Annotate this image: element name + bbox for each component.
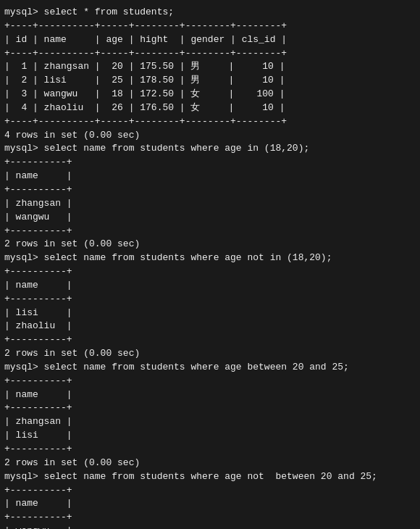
terminal-line: +----+----------+-----+--------+--------…	[4, 20, 416, 33]
terminal-line: +----------+	[4, 511, 416, 525]
terminal-line: | 1 | zhangsan | 20 | 175.50 | 男 | 10 |	[4, 60, 416, 74]
terminal-line: +----------+	[4, 265, 416, 279]
terminal-line: | lisi |	[4, 307, 416, 320]
terminal-line: | 4 | zhaoliu | 26 | 176.50 | 女 | 10 |	[4, 101, 416, 115]
terminal-line: 2 rows in set (0.00 sec)	[4, 238, 416, 251]
terminal-line: +----+----------+-----+--------+--------…	[4, 115, 416, 129]
terminal-line: +----------+	[4, 484, 416, 498]
terminal-line: mysql> select name from students where a…	[4, 251, 416, 265]
terminal-line: | lisi |	[4, 429, 416, 443]
terminal-line: | zhangsan |	[4, 415, 416, 429]
terminal-line: mysql> select * from students;	[4, 6, 416, 20]
terminal-line: | wangwu |	[4, 211, 416, 225]
terminal-line: | name |	[4, 388, 416, 402]
terminal-line: | 2 | lisi | 25 | 178.50 | 男 | 10 |	[4, 74, 416, 88]
terminal-line: +----------+	[4, 183, 416, 197]
terminal-line: | name |	[4, 279, 416, 293]
terminal-line: | wangwu |	[4, 525, 416, 529]
terminal-line: 2 rows in set (0.00 sec)	[4, 347, 416, 361]
terminal-line: +----------+	[4, 443, 416, 457]
terminal-line: | zhaoliu |	[4, 320, 416, 333]
terminal-output: mysql> select * from students;+----+----…	[4, 6, 416, 529]
terminal-line: +----+----------+-----+--------+--------…	[4, 47, 416, 61]
terminal-line: mysql> select name from students where a…	[4, 361, 416, 375]
terminal-line: +----------+	[4, 333, 416, 347]
terminal-line: | name |	[4, 497, 416, 511]
terminal-line: +----------+	[4, 156, 416, 170]
terminal-line: | id | name | age | hight | gender | cls…	[4, 33, 416, 47]
terminal-line: +----------+	[4, 375, 416, 388]
terminal-line: | 3 | wangwu | 18 | 172.50 | 女 | 100 |	[4, 88, 416, 101]
terminal-line: +----------+	[4, 225, 416, 238]
terminal-line: | name |	[4, 170, 416, 183]
terminal-line: mysql> select name from students where a…	[4, 470, 416, 484]
terminal-line: 2 rows in set (0.00 sec)	[4, 457, 416, 470]
terminal-line: +----------+	[4, 401, 416, 415]
terminal-line: 4 rows in set (0.00 sec)	[4, 129, 416, 143]
terminal-line: +----------+	[4, 293, 416, 307]
terminal-line: mysql> select name from students where a…	[4, 142, 416, 156]
terminal-line: | zhangsan |	[4, 197, 416, 211]
